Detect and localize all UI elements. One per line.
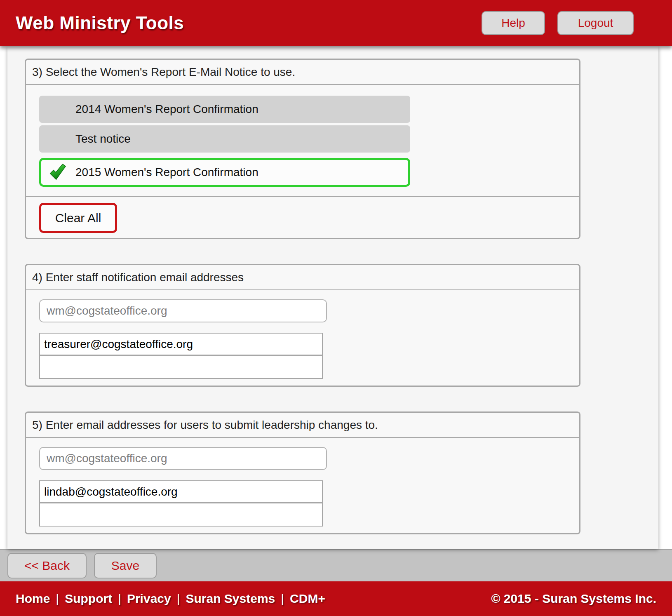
notice-option-label: 2015 Women's Report Confirmation bbox=[75, 166, 258, 179]
section-leadership-emails: 5) Enter email addresses for users to su… bbox=[25, 411, 580, 534]
leadership-email-row-1[interactable] bbox=[40, 481, 322, 503]
footer-separator: | bbox=[56, 592, 59, 606]
section-notice-heading: 3) Select the Women's Report E-Mail Noti… bbox=[26, 60, 579, 85]
staff-email-row-1[interactable] bbox=[40, 334, 322, 356]
section-staff-emails: 4) Enter staff notification email addres… bbox=[25, 264, 580, 387]
page-title: Web Ministry Tools bbox=[16, 13, 184, 33]
leadership-email-input[interactable] bbox=[39, 447, 327, 470]
footer-link-cdm[interactable]: CDM+ bbox=[290, 592, 325, 606]
staff-emails-body bbox=[26, 290, 579, 386]
content-panel: 3) Select the Women's Report E-Mail Noti… bbox=[7, 46, 658, 549]
app-footer: Home | Support | Privacy | Suran Systems… bbox=[0, 581, 672, 616]
staff-email-row-2[interactable] bbox=[40, 356, 322, 378]
section-leadership-heading: 5) Enter email addresses for users to su… bbox=[26, 413, 579, 438]
notice-options-list: 2014 Women's Report Confirmation Test no… bbox=[26, 85, 579, 187]
back-button[interactable]: << Back bbox=[7, 553, 87, 578]
footer-separator: | bbox=[118, 592, 121, 606]
leadership-email-row-2[interactable] bbox=[40, 503, 322, 526]
footer-link-home[interactable]: Home bbox=[16, 592, 50, 606]
section-staff-heading: 4) Enter staff notification email addres… bbox=[26, 265, 579, 290]
save-button[interactable]: Save bbox=[94, 553, 157, 578]
staff-email-input[interactable] bbox=[39, 299, 327, 322]
logout-button[interactable]: Logout bbox=[557, 11, 634, 35]
footer-separator: | bbox=[177, 592, 180, 606]
section-notice-select: 3) Select the Women's Report E-Mail Noti… bbox=[25, 59, 580, 239]
header-buttons: Help Logout bbox=[482, 11, 634, 35]
footer-separator: | bbox=[281, 592, 284, 606]
footer-link-privacy[interactable]: Privacy bbox=[127, 592, 171, 606]
clear-all-wrap: Clear All bbox=[26, 197, 579, 238]
notice-option-label: Test notice bbox=[75, 132, 131, 146]
app-header: Web Ministry Tools Help Logout bbox=[0, 0, 672, 46]
help-button[interactable]: Help bbox=[482, 11, 545, 35]
staff-email-list bbox=[39, 333, 323, 379]
footer-link-support[interactable]: Support bbox=[65, 592, 112, 606]
check-icon bbox=[48, 163, 66, 181]
footer-links: Home | Support | Privacy | Suran Systems… bbox=[16, 592, 325, 606]
footer-link-suran-systems[interactable]: Suran Systems bbox=[186, 592, 275, 606]
leadership-email-list bbox=[39, 480, 323, 527]
copyright-text: © 2015 - Suran Systems Inc. bbox=[491, 592, 656, 606]
notice-option-test[interactable]: Test notice bbox=[39, 125, 410, 153]
notice-option-2014[interactable]: 2014 Women's Report Confirmation bbox=[39, 96, 410, 123]
leadership-emails-body bbox=[26, 438, 579, 533]
clear-all-button[interactable]: Clear All bbox=[39, 203, 117, 233]
action-bar: << Back Save bbox=[0, 549, 672, 581]
notice-option-2015-selected[interactable]: 2015 Women's Report Confirmation bbox=[39, 158, 410, 187]
notice-option-label: 2014 Women's Report Confirmation bbox=[75, 103, 258, 116]
